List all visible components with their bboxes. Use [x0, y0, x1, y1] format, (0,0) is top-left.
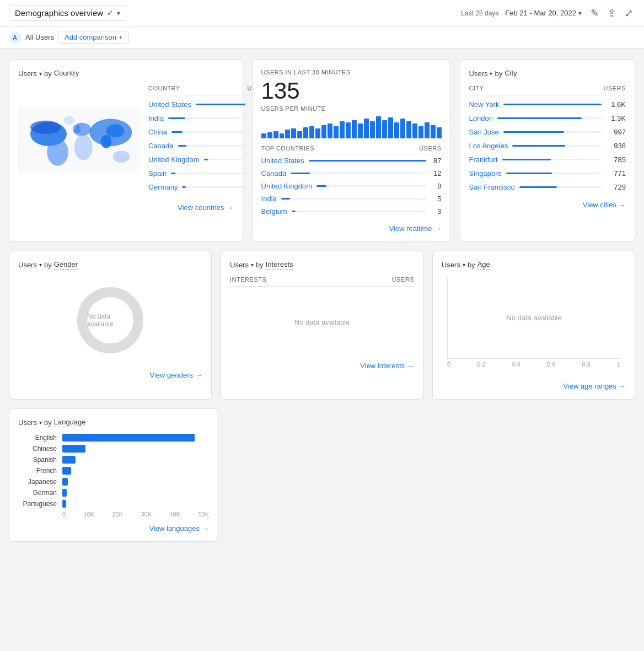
view-languages-link[interactable]: View languages → [18, 524, 209, 532]
city-name[interactable]: Singapore [469, 169, 502, 177]
lang-name: Portuguese [18, 500, 62, 508]
lang-name: Spanish [18, 456, 62, 464]
city-value: 997 [606, 128, 626, 136]
lang-bar-row: Spanish [18, 456, 209, 464]
lang-xaxis-label: 50K [198, 511, 209, 518]
age-chart: No data available [447, 276, 620, 359]
country-name[interactable]: Germany [148, 183, 178, 191]
gender-donut-chart: No data available [18, 276, 202, 364]
country-card: Users ▾ by Country [9, 60, 243, 242]
language-card: Users ▾ by Language English Chinese Span… [9, 408, 218, 542]
rt-country-name[interactable]: United States [261, 157, 304, 165]
view-countries-link[interactable]: View countries → [18, 203, 234, 212]
mini-bar [280, 133, 285, 138]
rt-country-name[interactable]: United Kingdom [261, 182, 313, 190]
rt-users-col: USERS [419, 145, 441, 152]
city-name[interactable]: London [469, 114, 493, 122]
header-left: Demographics overview ✓ ▾ [9, 5, 126, 21]
country-name[interactable]: India [148, 114, 164, 122]
view-realtime-link[interactable]: View realtime → [261, 224, 442, 233]
bar [178, 145, 187, 147]
gender-by-label: by [44, 261, 52, 269]
interests-title-suffix: Interests [266, 260, 293, 270]
view-cities-arrow: → [619, 201, 626, 209]
bar-wrap [503, 131, 602, 133]
mini-bar [418, 126, 423, 138]
lang-dropdown-icon: ▾ [39, 419, 42, 426]
rt-country-name[interactable]: Canada [261, 169, 287, 177]
lang-xaxis-label: 20K [112, 511, 123, 518]
date-arrow-icon: ▾ [578, 9, 582, 17]
country-name[interactable]: United States [148, 100, 191, 109]
rt-country-value: 12 [431, 169, 442, 177]
age-no-data-label: No data available [506, 313, 561, 321]
add-comparison-button[interactable]: Add comparison + [58, 31, 129, 44]
mini-bar [406, 121, 411, 138]
country-name[interactable]: Spain [148, 169, 167, 177]
bar-wrap [171, 173, 245, 174]
rt-country-value: 87 [431, 157, 442, 165]
view-cities-link[interactable]: View cities → [469, 201, 626, 209]
rt-bar [316, 185, 326, 187]
interests-users-label: Users [230, 261, 249, 269]
lang-bar-row: English [18, 434, 209, 442]
view-age-ranges-link[interactable]: View age ranges → [442, 382, 626, 390]
dropdown-users-icon: ▾ [39, 71, 42, 77]
rt-country-row: Canada 12 [261, 167, 442, 180]
city-name[interactable]: Los Angeles [469, 142, 508, 150]
bar-wrap [196, 104, 245, 105]
country-content: COUNTRY USERS United States 27K India 6K… [18, 85, 234, 197]
svg-point-6 [101, 135, 112, 148]
city-name[interactable]: Frankfurt [469, 155, 498, 164]
bar [503, 131, 565, 133]
date-range[interactable]: Feb 21 - Mar 20, 2022 ▾ [505, 9, 582, 17]
age-xaxis-label: 0.2 [477, 361, 485, 368]
top-countries-label: TOP COUNTRIES [261, 145, 315, 152]
expand-icon[interactable]: ⤢ [622, 5, 635, 21]
gender-users-label: Users [18, 261, 37, 269]
rt-country-row: India 5 [261, 192, 442, 205]
bar [182, 186, 186, 188]
world-map [18, 85, 139, 197]
country-name[interactable]: China [148, 128, 167, 136]
city-name[interactable]: San Jose [469, 128, 499, 136]
mini-bar [321, 125, 326, 138]
svg-point-2 [47, 138, 68, 166]
svg-point-11 [30, 121, 61, 134]
bar-wrap [168, 117, 245, 119]
all-users-label[interactable]: All Users [25, 33, 54, 41]
age-xaxis-label: 0.6 [547, 361, 555, 368]
segment-row: A All Users Add comparison + [0, 26, 644, 49]
lang-bar-row: German [18, 489, 209, 497]
rt-country-row: United Kingdom 8 [261, 180, 442, 192]
age-by-label: by [468, 261, 475, 269]
lang-xaxis-label: 0 [62, 511, 66, 518]
header: Demographics overview ✓ ▾ Last 28 days F… [0, 0, 644, 26]
city-name[interactable]: New York [469, 100, 500, 109]
edit-icon[interactable]: ✎ [588, 5, 601, 21]
country-name[interactable]: Canada [148, 142, 174, 150]
country-name[interactable]: United Kingdom [148, 155, 200, 164]
rt-country-name[interactable]: India [261, 195, 277, 203]
mini-bar [412, 123, 417, 138]
svg-point-8 [76, 125, 80, 130]
mini-bar [346, 122, 351, 138]
view-interests-link[interactable]: View interests → [230, 362, 414, 370]
age-xaxis-label: 1 [617, 361, 620, 368]
realtime-card: USERS IN LAST 30 MINUTES 135 USERS PER M… [252, 60, 451, 242]
view-genders-link[interactable]: View genders → [18, 371, 202, 379]
view-countries-arrow: → [227, 203, 234, 212]
mini-bar [364, 119, 369, 138]
title-box[interactable]: Demographics overview ✓ ▾ [9, 5, 126, 21]
main-content: Users ▾ by Country [0, 49, 644, 553]
age-xaxis-label: 0 [447, 361, 450, 368]
rt-country-value: 3 [431, 207, 442, 216]
interests-col-header: INTERESTS [230, 276, 266, 283]
share-icon[interactable]: ⇪ [605, 5, 618, 21]
interests-dropdown-icon: ▾ [251, 262, 254, 268]
city-name[interactable]: San Francisco [469, 183, 515, 191]
bar-wrap [519, 186, 602, 188]
top-countries-header: TOP COUNTRIES USERS [261, 145, 442, 154]
rt-country-name[interactable]: Belgium [261, 207, 287, 216]
city-rows: New York 1.6K London 1.3K San Jose 997 L… [469, 98, 626, 194]
